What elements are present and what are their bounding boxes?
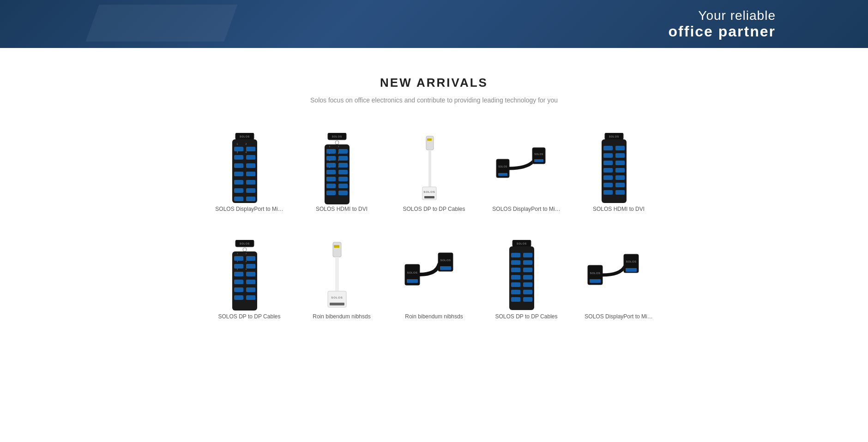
svg-rect-118 <box>511 290 520 294</box>
product-card-2[interactable]: SOLOS 0 <box>295 122 388 221</box>
svg-text:SOLOS: SOLOS <box>240 135 250 138</box>
product-image-8: SOLOS SOLOS <box>392 239 466 313</box>
product-image-6: SOLOS 1 2 3 <box>208 239 282 313</box>
svg-rect-55 <box>498 173 507 176</box>
svg-rect-115 <box>511 268 520 272</box>
svg-rect-75 <box>615 190 625 195</box>
svg-rect-10 <box>246 147 255 151</box>
svg-rect-83 <box>234 280 243 284</box>
svg-rect-123 <box>523 275 532 280</box>
svg-rect-67 <box>603 183 613 187</box>
product-card-8[interactable]: SOLOS SOLOS Roin bibendum nibhsds <box>388 230 480 328</box>
product-name-10: SOLOS DisplayPort to Mi… <box>577 313 660 321</box>
svg-rect-9 <box>234 197 243 201</box>
svg-rect-103 <box>330 303 344 305</box>
product-card-1[interactable]: SOLOS <box>203 122 295 221</box>
hero-banner: Your reliable office partner <box>0 0 868 48</box>
product-card-6[interactable]: SOLOS 1 2 3 <box>203 230 295 328</box>
svg-rect-62 <box>603 146 613 150</box>
svg-rect-74 <box>615 183 625 187</box>
svg-rect-122 <box>523 268 532 272</box>
svg-rect-16 <box>246 197 255 201</box>
svg-rect-63 <box>603 153 613 158</box>
svg-rect-68 <box>603 190 613 195</box>
hero-partner-text: office partner <box>669 23 776 40</box>
svg-text:SOLOS: SOLOS <box>440 259 451 262</box>
product-row-1: SOLOS <box>0 122 868 221</box>
svg-text:SOLOS: SOLOS <box>517 242 527 245</box>
svg-text:SOLOS: SOLOS <box>407 271 417 274</box>
svg-rect-98 <box>333 242 341 257</box>
product-card-9[interactable]: SOLOS SOLOS D <box>480 230 573 328</box>
svg-rect-88 <box>246 272 255 276</box>
svg-text:SOLOS: SOLOS <box>240 242 250 245</box>
svg-rect-85 <box>234 295 243 300</box>
svg-rect-27 <box>326 163 336 167</box>
product-image-9: SOLOS <box>485 239 559 313</box>
product-image-2: SOLOS 0 <box>300 131 374 205</box>
product-row-2: SOLOS 1 2 3 <box>0 230 868 328</box>
svg-rect-100 <box>335 257 339 292</box>
svg-rect-34 <box>338 163 348 167</box>
svg-rect-49 <box>428 150 431 187</box>
svg-rect-5 <box>234 163 243 168</box>
svg-rect-13 <box>246 172 255 176</box>
svg-rect-117 <box>511 282 520 287</box>
svg-rect-90 <box>246 287 255 292</box>
svg-rect-116 <box>511 275 520 280</box>
svg-text:1: 1 <box>237 143 238 145</box>
product-image-5: SOLOS <box>577 131 651 205</box>
svg-rect-66 <box>603 175 613 180</box>
product-name-6: SOLOS DP to DP Cables <box>208 313 291 321</box>
product-image-4: SOLOS SOLOS <box>485 131 559 205</box>
product-image-7: SOLOS <box>300 239 374 313</box>
svg-text:SOLOS: SOLOS <box>331 296 343 299</box>
product-name-7: Roin bibendum nibhsds <box>300 313 383 321</box>
svg-rect-114 <box>511 260 520 265</box>
svg-text:4: 4 <box>246 151 247 154</box>
product-card-7[interactable]: SOLOS Roin bibendum nibhsds <box>295 230 388 328</box>
product-name-8: Roin bibendum nibhsds <box>392 313 476 321</box>
svg-rect-132 <box>626 268 637 272</box>
svg-rect-91 <box>246 295 255 300</box>
svg-rect-65 <box>603 168 613 173</box>
svg-rect-126 <box>523 297 532 302</box>
svg-rect-48 <box>427 138 432 141</box>
svg-rect-25 <box>326 149 336 154</box>
svg-rect-28 <box>326 170 336 174</box>
product-name-2: SOLOS HDMI to DVI <box>300 205 383 213</box>
svg-rect-26 <box>326 156 336 161</box>
product-name-5: SOLOS HDMI to DVI <box>577 205 660 213</box>
svg-rect-73 <box>615 175 625 180</box>
svg-text:SOLOS: SOLOS <box>332 135 342 138</box>
svg-rect-86 <box>246 256 255 261</box>
svg-rect-129 <box>590 279 601 283</box>
product-card-10[interactable]: SOLOS SOLOS SOLOS DisplayPort to Mi… <box>573 230 665 328</box>
product-name-9: SOLOS DP to DP Cables <box>485 313 568 321</box>
hero-reliable-text: Your reliable <box>669 8 776 23</box>
svg-rect-8 <box>234 188 243 193</box>
product-name-4: SOLOS DisplayPort to Mi… <box>485 205 568 213</box>
svg-rect-120 <box>523 253 532 257</box>
section-title: NEW ARRIVALS <box>0 76 868 90</box>
svg-rect-72 <box>615 168 625 173</box>
svg-text:SOLOS: SOLOS <box>534 153 543 155</box>
product-card-4[interactable]: SOLOS SOLOS SOLOS DisplayPort to Mi… <box>480 122 573 221</box>
product-card-3[interactable]: SOLOS SOLOS DP to DP Cables <box>388 122 480 221</box>
svg-rect-11 <box>246 155 255 160</box>
svg-rect-58 <box>534 159 543 162</box>
product-card-5[interactable]: SOLOS SOLOS H <box>573 122 665 221</box>
svg-rect-4 <box>234 155 243 160</box>
product-image-10: SOLOS SOLOS <box>577 239 651 313</box>
svg-text:SOLOS: SOLOS <box>626 260 636 263</box>
svg-text:SOLOS: SOLOS <box>498 165 507 168</box>
svg-text:3: 3 <box>237 151 238 154</box>
svg-point-78 <box>243 248 247 251</box>
svg-text:SOLOS: SOLOS <box>609 135 619 138</box>
svg-rect-30 <box>326 184 336 188</box>
svg-rect-124 <box>523 282 532 287</box>
svg-rect-113 <box>511 253 520 257</box>
svg-rect-109 <box>440 266 451 270</box>
svg-rect-82 <box>234 272 243 276</box>
svg-point-23 <box>335 141 339 144</box>
